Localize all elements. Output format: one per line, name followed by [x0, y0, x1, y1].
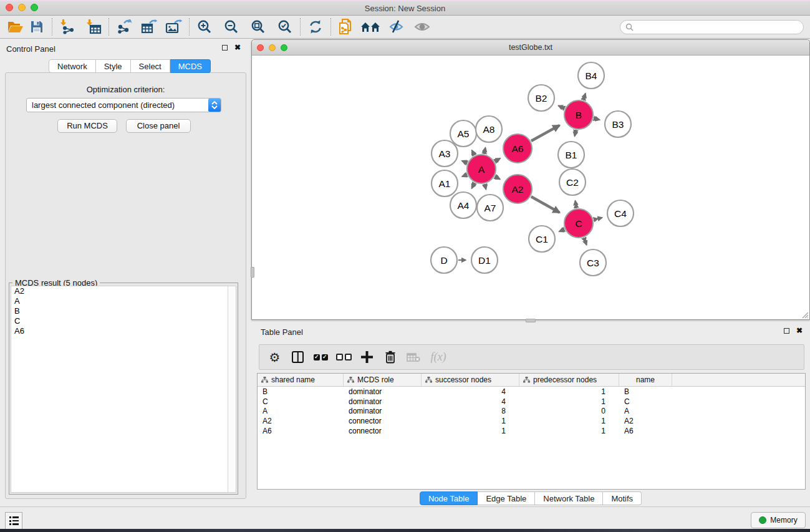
import-network-icon: [59, 19, 75, 34]
network-zoom-button[interactable]: [281, 44, 287, 51]
column-header-successor-nodes[interactable]: successor nodes: [422, 374, 519, 386]
run-mcds-button[interactable]: Run MCDS: [57, 119, 117, 133]
float-panel-icon[interactable]: [784, 328, 789, 334]
zoom-selected-button[interactable]: [274, 17, 296, 37]
home-button[interactable]: [360, 17, 381, 37]
graph-node-label-B2: B2: [536, 93, 547, 104]
close-window-button[interactable]: [6, 4, 13, 11]
list-scrollbar[interactable]: [228, 286, 236, 492]
horizontal-splitter-handle[interactable]: [526, 319, 536, 322]
column-header-predecessor-nodes[interactable]: predecessor nodes: [519, 374, 619, 386]
import-network-button[interactable]: [57, 17, 78, 37]
table-row[interactable]: A6 connector 1 1 A6: [258, 426, 805, 436]
search-field[interactable]: [620, 20, 804, 34]
float-panel-icon[interactable]: [222, 45, 228, 51]
vertical-splitter-handle[interactable]: [251, 267, 254, 278]
graph-edge-B-B2[interactable]: [558, 105, 564, 108]
graph-edge-A-A4[interactable]: [471, 183, 474, 188]
graph-edge-B-B3[interactable]: [594, 118, 599, 120]
dropdown-stepper-icon[interactable]: [208, 99, 221, 112]
graph-edge-B-B1[interactable]: [575, 130, 576, 137]
delete-column-button[interactable]: [378, 346, 402, 369]
list-item[interactable]: A6: [11, 326, 236, 336]
zoom-out-button[interactable]: [221, 17, 242, 37]
tab-network-table[interactable]: Network Table: [535, 491, 603, 505]
list-item[interactable]: C: [11, 316, 236, 326]
zoom-window-button[interactable]: [31, 4, 38, 11]
show-column-panel-button[interactable]: [286, 346, 309, 369]
table-row[interactable]: A dominator 8 0 A: [258, 407, 805, 417]
window-resize-grip[interactable]: [800, 310, 809, 319]
tab-select[interactable]: Select: [131, 59, 170, 73]
table-settings-button[interactable]: ⚙: [263, 346, 286, 369]
toolbar-separator: [300, 18, 301, 36]
mcds-result-list[interactable]: A2 A B C A6: [11, 286, 236, 493]
deselect-all-columns-button[interactable]: [332, 346, 355, 369]
graph-edge-C-C2[interactable]: [575, 201, 576, 208]
save-session-button[interactable]: [26, 17, 47, 37]
graph-node-label-A1: A1: [439, 178, 451, 189]
list-item[interactable]: A2: [11, 286, 236, 296]
list-item[interactable]: A: [11, 296, 236, 306]
network-view-window: testGlobe.txt B4B2BB3B1A5A8A6A3AA1A4A7A2…: [251, 39, 810, 320]
optimization-criterion-dropdown[interactable]: largest connected component (directed): [26, 98, 221, 112]
graph-edge-A2-C[interactable]: [531, 196, 560, 213]
graph-edge-A-A8[interactable]: [485, 147, 486, 153]
column-header-name[interactable]: name: [619, 374, 672, 386]
close-panel-icon[interactable]: ✖: [796, 328, 803, 334]
table-row[interactable]: A2 connector 1 1 A2: [258, 416, 805, 426]
open-session-button[interactable]: [5, 17, 26, 37]
graph-edge-A-A1[interactable]: [462, 175, 467, 177]
memory-button[interactable]: Memory: [751, 512, 806, 528]
tab-node-table[interactable]: Node Table: [420, 491, 478, 505]
graph-edge-A-A2[interactable]: [495, 177, 500, 179]
graph-edge-A-A3[interactable]: [462, 161, 467, 163]
toolbar-separator: [330, 18, 331, 36]
zoom-in-icon: [197, 19, 212, 34]
close-panel-button[interactable]: Close panel: [126, 119, 191, 133]
graph-edge-C-C4[interactable]: [594, 218, 602, 220]
graph-edge-A-A7[interactable]: [485, 184, 486, 189]
column-header-mcds-role[interactable]: MCDS role: [344, 374, 422, 386]
show-graphics-details-button[interactable]: [412, 17, 433, 37]
graph-node-label-B4: B4: [586, 70, 597, 81]
memory-label: Memory: [770, 516, 797, 525]
graph-edge-B-B4[interactable]: [584, 94, 586, 100]
graph-edge-A-A5[interactable]: [472, 150, 475, 155]
table-row[interactable]: B dominator 4 1 B: [258, 387, 805, 397]
list-item[interactable]: B: [11, 306, 236, 316]
graph-edge-C-C3[interactable]: [584, 238, 587, 244]
search-input[interactable]: [634, 23, 803, 32]
import-table-button[interactable]: [83, 17, 104, 37]
open-folder-icon: [7, 20, 24, 34]
zoom-fit-button[interactable]: [248, 17, 269, 37]
tab-network[interactable]: Network: [49, 59, 96, 73]
refresh-view-button[interactable]: [305, 17, 326, 37]
hide-graphics-details-button[interactable]: [386, 17, 407, 37]
network-close-button[interactable]: [257, 44, 264, 51]
graph-edge-A6-B[interactable]: [531, 125, 559, 141]
minimize-window-button[interactable]: [18, 4, 26, 11]
export-network-button[interactable]: [113, 17, 135, 37]
network-canvas[interactable]: B4B2BB3B1A5A8A6A3AA1A4A7A2C2CC4C1C3DD1: [252, 56, 809, 319]
graph-edge-A-A6[interactable]: [495, 158, 500, 162]
select-all-columns-button[interactable]: [309, 346, 332, 369]
network-window-titlebar[interactable]: testGlobe.txt: [252, 40, 809, 56]
plus-icon: [361, 351, 373, 363]
zoom-in-button[interactable]: [194, 17, 215, 37]
tab-style[interactable]: Style: [96, 59, 131, 73]
tab-motifs[interactable]: Motifs: [603, 491, 642, 505]
table-row[interactable]: C dominator 4 1 C: [258, 397, 805, 407]
export-table-button[interactable]: [138, 17, 160, 37]
export-image-button[interactable]: [163, 17, 185, 37]
close-panel-icon[interactable]: ✖: [234, 45, 241, 51]
network-minimize-button[interactable]: [269, 44, 276, 51]
graph-node-label-C1: C1: [536, 234, 548, 244]
column-header-shared-name[interactable]: shared name: [258, 374, 344, 386]
create-column-button[interactable]: [355, 346, 378, 369]
tab-edge-table[interactable]: Edge Table: [478, 491, 535, 505]
new-network-from-selection-button[interactable]: [335, 17, 357, 37]
task-history-button[interactable]: [5, 512, 22, 530]
tab-mcds[interactable]: MCDS: [170, 59, 211, 73]
graph-edge-C-C1[interactable]: [559, 230, 564, 232]
